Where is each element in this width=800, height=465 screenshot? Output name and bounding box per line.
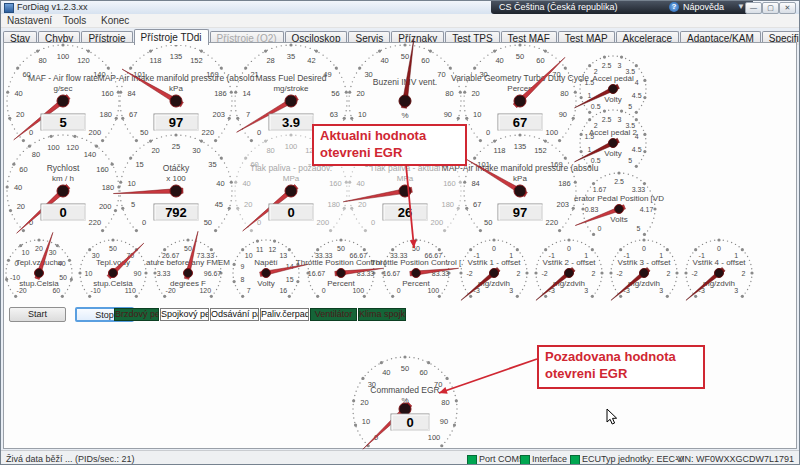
menu-item-tools[interactable]: Tools (63, 15, 86, 26)
status-unit-type: Typ jednotky: EEC-V (601, 454, 684, 464)
help-button[interactable]: Nápověda (683, 2, 724, 12)
status-bar: Živá data běží ... (PIDs/sec.: 21) Typ j… (1, 450, 799, 465)
language-selector[interactable]: CS Čeština (Česká republika) (499, 2, 618, 12)
status-led-label: Interface (532, 454, 567, 464)
status-led-label: Port COM5 (479, 454, 524, 464)
menu-bar: NastaveníToolsKonec (1, 14, 799, 28)
klima-spojka-button[interactable]: Klima spojka (358, 308, 406, 321)
status-led-label: ECU (582, 454, 601, 464)
app-icon (4, 3, 14, 13)
chevron-down-icon[interactable]: ▼ (737, 2, 745, 11)
ventilator-button[interactable]: Ventilátor (310, 308, 357, 321)
title-bar: ForDiag v1.2.3.xx CS Čeština (Česká repu… (1, 1, 799, 15)
palivove-cerpadlo-button[interactable]: Paliv.čerpadlo (260, 308, 309, 321)
start-button[interactable]: Start (9, 307, 66, 322)
tab-strip: StavChybyPřístrojePřístroje TDdiPřístroj… (3, 27, 799, 42)
menu-item-konec[interactable]: Konec (101, 15, 129, 26)
status-vin: VIN: WF0WXXGCDW7L1791 (676, 454, 794, 464)
status-led-interface (520, 455, 530, 465)
app-window: ForDiag v1.2.3.xx CS Čeština (Česká repu… (0, 0, 800, 465)
menu-item-nastavení[interactable]: Nastavení (7, 15, 52, 26)
spojkovy-pedal-button[interactable]: Spojkový ped. (160, 308, 209, 321)
actual-egr-note: Aktualni hodnotaotevreni EGR (312, 124, 467, 166)
status-live-data: Živá data běží ... (PIDs/sec.: 21) (6, 454, 135, 464)
help-icon[interactable]: ? (669, 2, 679, 12)
window-maximize-button[interactable]: ▢ (762, 2, 779, 14)
commanded-egr-note: Pozadovana hodnotaotevreni EGR (537, 345, 705, 389)
odsavani-par-button[interactable]: Odsávání par (210, 308, 259, 321)
status-led-ecu (570, 455, 580, 465)
brzdovy-pedal-button[interactable]: Brzdový ped. (114, 308, 159, 321)
top-toolbar: CS Čeština (Česká republika) ? Nápověda … (491, 1, 753, 14)
window-title: ForDiag v1.2.3.xx (17, 2, 88, 12)
window-close-button[interactable]: ✕ (779, 2, 796, 14)
tab-p-stroje-tddi[interactable]: Přístroje TDdi (134, 29, 209, 45)
window-minimize-button[interactable]: — (745, 2, 762, 14)
status-led-port-com5 (467, 455, 477, 465)
